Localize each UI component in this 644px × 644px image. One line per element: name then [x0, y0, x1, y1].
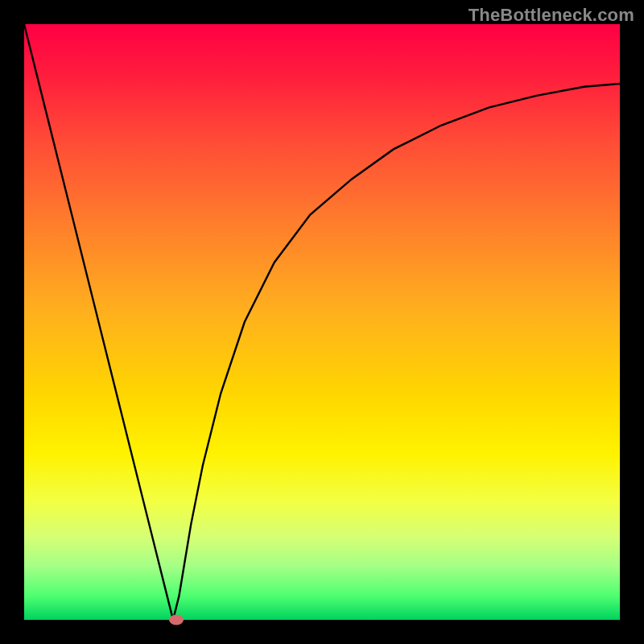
watermark-text: TheBottleneck.com [469, 5, 634, 26]
chart-container: TheBottleneck.com [0, 0, 644, 644]
bottleneck-curve-svg [24, 24, 620, 620]
optimal-point-marker [169, 615, 184, 625]
plot-area [24, 24, 620, 620]
bottleneck-curve-path [24, 24, 620, 620]
